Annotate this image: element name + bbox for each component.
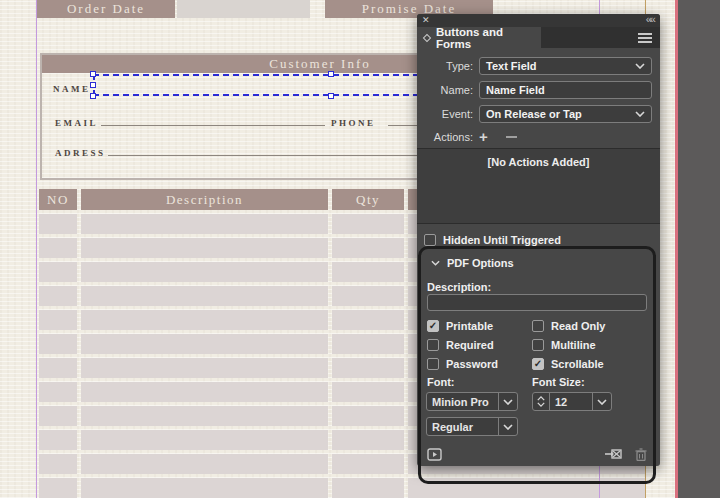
table-cell [81,238,328,258]
chevron-down-icon[interactable] [499,399,517,405]
type-value: Text Field [486,60,537,72]
font-style-select[interactable]: Regular [426,417,518,436]
checkbox-hidden-until-triggered[interactable]: Hidden Until Triggered [424,233,561,246]
table-cell [39,454,77,474]
items-table-header-description: Description [81,189,328,210]
type-row: Type: Text Field [417,57,652,75]
event-select[interactable]: On Release or Tap [479,105,652,123]
app-canvas: Order Date Promise Date Customer Info NA… [0,0,720,498]
convert-to-object-icon[interactable] [605,448,622,460]
table-cell [81,430,328,450]
panel-tab-icon [423,33,431,41]
order-date-value-box [177,0,310,18]
font-size-stepper[interactable]: 12 [532,392,612,411]
table-cell [332,382,404,402]
name-label: Name: [417,84,479,96]
table-cell [332,358,404,378]
pdf-checkbox-column-left: ✓PrintableRequiredPassword [427,319,498,370]
table-cell [332,262,404,282]
checkbox-scrollable[interactable]: ✓Scrollable [532,357,605,370]
table-cell [39,286,77,306]
checkbox-required[interactable]: Required [427,338,498,351]
chevron-down-icon [635,63,645,69]
description-label: Description: [427,281,491,293]
name-row: Name: Name Field [417,81,652,99]
table-cell [39,238,77,258]
checkbox-box[interactable] [532,339,544,351]
panel-bottom-toolbar [427,445,647,463]
selection-handle[interactable] [90,71,96,77]
type-label: Type: [417,60,479,72]
add-action-button[interactable]: + [479,132,488,142]
checkbox-box[interactable]: ✓ [427,320,439,332]
chevron-down-icon[interactable] [499,424,517,430]
checkbox-box[interactable] [427,358,439,370]
checkbox-printable[interactable]: ✓Printable [427,319,498,332]
chevron-down-icon[interactable] [593,399,611,405]
checkbox-label: Password [446,358,498,370]
actions-label: Actions: [417,131,479,143]
table-cell [332,406,404,426]
preview-spread-icon[interactable] [427,448,442,461]
selection-handle[interactable] [90,82,96,88]
address-field-label: ADRESS [55,148,106,158]
pdf-options-title: PDF Options [447,257,514,269]
checkbox-box[interactable]: ✓ [532,358,544,370]
pdf-options-header[interactable]: PDF Options [431,257,514,269]
event-row: Event: On Release or Tap [417,105,652,123]
actions-list[interactable]: [No Actions Added] [417,148,660,224]
stepper-arrows-icon[interactable] [533,396,549,407]
delete-trash-icon[interactable] [635,448,647,461]
table-cell [81,262,328,282]
description-input[interactable] [427,294,647,311]
customer-info-label: Customer Info [269,56,370,72]
selection-handle[interactable] [328,71,334,77]
table-cell [39,406,77,426]
email-field-line [101,125,325,126]
items-table-header-qty: Qty [332,189,404,210]
panel-menu-icon[interactable] [638,37,652,39]
remove-action-button[interactable] [506,136,517,138]
table-cell [332,454,404,474]
table-cell [332,286,404,306]
checkbox-label: Scrollable [551,358,604,370]
panel-collapse-icon[interactable]: «« [646,13,654,25]
order-date-bar: Order Date [37,0,175,18]
table-cell [81,382,328,402]
name-value: Name Field [486,84,545,96]
buttons-and-forms-panel: ✕ «« Buttons and Forms Type: Text Field … [417,14,660,466]
table-cell [81,454,328,474]
checkbox-password[interactable]: Password [427,357,498,370]
actions-row: Actions: + [417,128,652,146]
phone-field-label: PHONE [331,118,376,128]
type-select[interactable]: Text Field [479,57,652,75]
pasteboard-right [675,0,720,498]
tab-buttons-and-forms[interactable]: Buttons and Forms [417,27,541,48]
checkbox-box[interactable] [427,339,439,351]
checkbox-label: Read Only [551,320,605,332]
email-field-label: EMAIL [55,118,98,128]
checkbox-box[interactable] [424,234,436,246]
panel-title: Buttons and Forms [436,26,541,50]
table-cell [39,358,77,378]
selection-handle[interactable] [90,93,96,99]
checkbox-multiline[interactable]: Multiline [532,338,605,351]
checkbox-box[interactable] [532,320,544,332]
table-cell [39,310,77,330]
table-cell [81,406,328,426]
panel-tab-row: Buttons and Forms [417,27,660,48]
event-label: Event: [417,108,479,120]
table-cell [81,334,328,354]
font-family-select[interactable]: Minion Pro [426,392,518,411]
chevron-expand-icon [431,260,440,266]
margin-guide-left [36,0,37,498]
name-input[interactable]: Name Field [479,81,652,99]
table-cell [332,310,404,330]
table-cell [81,478,328,498]
checkbox-label: Hidden Until Triggered [443,234,561,246]
checkbox-read-only[interactable]: Read Only [532,319,605,332]
selection-handle[interactable] [328,93,334,99]
panel-close-icon[interactable]: ✕ [422,15,430,25]
table-cell [81,358,328,378]
actions-empty-text: [No Actions Added] [488,156,590,168]
